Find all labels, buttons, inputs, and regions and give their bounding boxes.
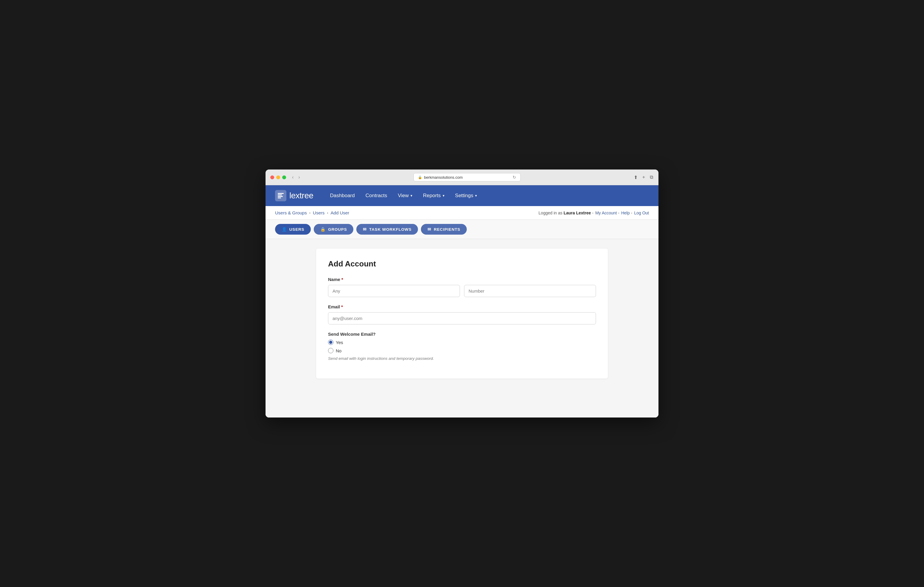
email-icon: ✉ bbox=[427, 227, 431, 232]
new-tab-button[interactable]: + bbox=[642, 174, 646, 181]
name-group: Name * bbox=[328, 277, 596, 297]
nav-dashboard-label: Dashboard bbox=[330, 193, 355, 199]
tab-users-label: USERS bbox=[289, 227, 305, 232]
logo-link[interactable]: lextree bbox=[275, 190, 314, 201]
nav-view-label: View bbox=[398, 193, 409, 199]
email-input[interactable] bbox=[328, 312, 596, 324]
address-bar: 🔒 berkmansolutions.com ↻ bbox=[305, 173, 630, 181]
main-content: Add Account Name * Email bbox=[266, 239, 658, 418]
breadcrumb-users-groups[interactable]: Users & Groups bbox=[275, 210, 307, 215]
radio-no-label[interactable]: No bbox=[328, 348, 596, 353]
nav-reports[interactable]: Reports ▾ bbox=[418, 190, 449, 201]
nav-contracts[interactable]: Contracts bbox=[361, 190, 392, 201]
tab-recipients-label: RECIPIENTS bbox=[434, 227, 460, 232]
last-name-input[interactable] bbox=[464, 285, 596, 297]
nav-settings[interactable]: Settings ▾ bbox=[450, 190, 482, 201]
user-icon: 👤 bbox=[282, 227, 287, 232]
email-label: Email * bbox=[328, 304, 596, 309]
send-icon: ✉ bbox=[363, 227, 367, 232]
radio-yes-text: Yes bbox=[336, 340, 343, 345]
lock-tab-icon: 🔒 bbox=[320, 227, 326, 232]
share-button[interactable]: ⬆ bbox=[633, 174, 638, 181]
my-account-link[interactable]: My Account bbox=[596, 210, 617, 215]
logo-text: lextree bbox=[289, 191, 314, 201]
breadcrumb-users[interactable]: Users bbox=[313, 210, 325, 215]
name-required: * bbox=[342, 277, 343, 282]
close-button[interactable] bbox=[270, 176, 274, 179]
radio-yes-label[interactable]: Yes bbox=[328, 340, 596, 345]
logged-in-prefix: Logged in as bbox=[538, 210, 562, 215]
breadcrumb-current: Add User bbox=[331, 210, 350, 215]
browser-chrome: ‹ › 🔒 berkmansolutions.com ↻ ⬆ + ⧉ bbox=[266, 169, 658, 185]
url-bar[interactable]: 🔒 berkmansolutions.com ↻ bbox=[414, 173, 521, 181]
tabs-overview-button[interactable]: ⧉ bbox=[649, 174, 654, 181]
nav-settings-label: Settings bbox=[455, 193, 473, 199]
tab-groups[interactable]: 🔒 GROUPS bbox=[314, 224, 353, 235]
svg-rect-0 bbox=[278, 193, 284, 194]
maximize-button[interactable] bbox=[282, 176, 286, 179]
page-content: lextree Dashboard Contracts View ▾ Repor… bbox=[266, 185, 658, 418]
nav-view[interactable]: View ▾ bbox=[393, 190, 417, 201]
nav-contracts-label: Contracts bbox=[366, 193, 387, 199]
reports-chevron-icon: ▾ bbox=[443, 194, 444, 198]
tab-groups-label: GROUPS bbox=[328, 227, 347, 232]
email-group: Email * bbox=[328, 304, 596, 324]
user-name: Laura Lextree bbox=[564, 210, 591, 215]
nav-links: Dashboard Contracts View ▾ Reports ▾ Set… bbox=[325, 190, 482, 201]
traffic-lights bbox=[270, 176, 286, 179]
welcome-email-group: Send Welcome Email? Yes No Send email wi… bbox=[328, 332, 596, 361]
logout-link[interactable]: Log Out bbox=[634, 210, 649, 215]
breadcrumb-sep-2: › bbox=[327, 210, 328, 215]
nav-reports-label: Reports bbox=[423, 193, 441, 199]
lock-icon: 🔒 bbox=[418, 176, 422, 179]
sep-3: - bbox=[631, 210, 633, 215]
back-button[interactable]: ‹ bbox=[291, 174, 295, 181]
svg-rect-3 bbox=[278, 197, 281, 198]
email-required: * bbox=[341, 304, 343, 309]
tab-users[interactable]: 👤 USERS bbox=[275, 224, 311, 235]
sep-1: - bbox=[592, 210, 594, 215]
tab-bar: 👤 USERS 🔒 GROUPS ✉ TASK WORKFLOWS ✉ RECI… bbox=[266, 220, 658, 239]
welcome-email-label: Send Welcome Email? bbox=[328, 332, 596, 337]
add-account-form: Add Account Name * Email bbox=[316, 248, 608, 378]
reload-icon[interactable]: ↻ bbox=[513, 175, 516, 179]
url-text: berkmansolutions.com bbox=[424, 175, 463, 179]
breadcrumb: Users & Groups › Users › Add User bbox=[275, 210, 349, 215]
name-row bbox=[328, 285, 596, 297]
nav-dashboard[interactable]: Dashboard bbox=[325, 190, 360, 201]
form-title: Add Account bbox=[328, 259, 596, 268]
first-name-input[interactable] bbox=[328, 285, 460, 297]
forward-button[interactable]: › bbox=[297, 174, 301, 181]
tab-task-workflows[interactable]: ✉ TASK WORKFLOWS bbox=[356, 224, 418, 235]
view-chevron-icon: ▾ bbox=[411, 194, 412, 198]
main-navbar: lextree Dashboard Contracts View ▾ Repor… bbox=[266, 185, 658, 206]
logo-icon bbox=[275, 190, 286, 201]
breadcrumb-sep-1: › bbox=[309, 210, 310, 215]
browser-actions: ⬆ + ⧉ bbox=[633, 174, 654, 181]
radio-no-text: No bbox=[336, 348, 342, 353]
logo-svg bbox=[277, 192, 284, 199]
browser-window: ‹ › 🔒 berkmansolutions.com ↻ ⬆ + ⧉ bbox=[266, 169, 658, 418]
name-label: Name * bbox=[328, 277, 596, 282]
svg-rect-1 bbox=[278, 194, 282, 196]
tab-recipients[interactable]: ✉ RECIPIENTS bbox=[421, 224, 467, 235]
help-link[interactable]: Help bbox=[621, 210, 630, 215]
radio-group: Yes No bbox=[328, 340, 596, 353]
breadcrumb-bar: Users & Groups › Users › Add User Logged… bbox=[266, 206, 658, 220]
user-info: Logged in as Laura Lextree - My Account … bbox=[538, 210, 649, 215]
radio-no-input[interactable] bbox=[328, 348, 333, 353]
settings-chevron-icon: ▾ bbox=[475, 194, 477, 198]
sep-2: - bbox=[618, 210, 619, 215]
browser-nav-arrows: ‹ › bbox=[291, 174, 301, 181]
minimize-button[interactable] bbox=[276, 176, 280, 179]
welcome-email-hint: Send email with login instructions and t… bbox=[328, 356, 596, 361]
tab-task-workflows-label: TASK WORKFLOWS bbox=[369, 227, 411, 232]
radio-yes-input[interactable] bbox=[328, 340, 333, 345]
svg-rect-2 bbox=[278, 196, 283, 197]
